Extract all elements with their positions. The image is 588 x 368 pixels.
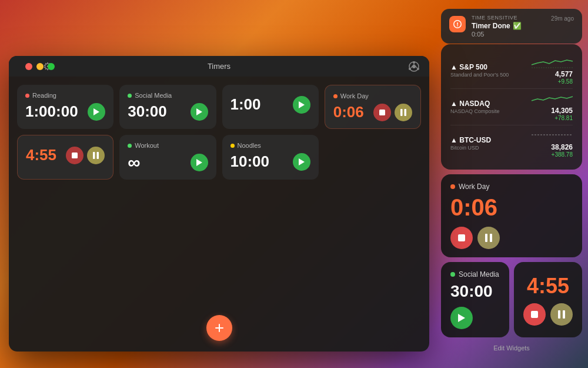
svg-point-13 <box>409 68 411 70</box>
edit-widgets-label[interactable]: Edit Widgets <box>441 344 582 352</box>
svg-marker-27 <box>299 158 305 165</box>
social-label-row: Social Media <box>450 270 500 279</box>
notification-timestamp: 29m ago <box>551 15 574 22</box>
stock-item-btcusd: ▲ BTC-USD Bitcoin USD 38,826 +388.78 <box>450 125 573 161</box>
noodles-label: Noodles <box>238 142 310 149</box>
svg-rect-6 <box>531 311 538 318</box>
timer-card-social: Social Media 30:00 <box>119 85 216 129</box>
social-timer-dot <box>128 94 132 98</box>
timer-card-noodles: Noodles 10:00 <box>222 135 319 180</box>
stock-name-btcusd: ▲ BTC-USD <box>450 136 491 144</box>
svg-rect-3 <box>485 234 487 242</box>
stock-price-nasdaq: 14,305 <box>551 107 573 115</box>
social-timer-play-button[interactable] <box>191 103 208 121</box>
workout-time: ∞ <box>128 152 190 173</box>
social-dot <box>450 272 455 277</box>
notification-sensitivity-label: TIME SENSITIVE <box>472 15 517 21</box>
svg-marker-19 <box>299 101 305 108</box>
workout-dot <box>128 144 132 148</box>
stock-chart-nasdaq <box>532 92 573 104</box>
stock-desc-sp500: Standard and Poor's 500 <box>450 72 509 78</box>
workday-label: Work Day <box>459 183 489 191</box>
workday-timer-stop-button[interactable] <box>373 104 391 121</box>
window-title: Timers <box>208 62 230 71</box>
workday-time: 0:06 <box>450 194 573 221</box>
workday-timer-time: 0:06 <box>333 103 373 121</box>
stock-name-nasdaq: ▲ NASDAQ <box>450 100 500 108</box>
window-titlebar: ⚙ Timers <box>9 56 429 77</box>
stock-item-sp500: ▲ S&P 500 Standard and Poor's 500 4,577 … <box>450 52 573 89</box>
social-media-widget: Social Media 30:00 <box>441 262 509 337</box>
noodles-dot <box>230 144 235 148</box>
timer-card-running: 4:55 <box>17 135 113 180</box>
countdown-widget: 4:55 <box>514 262 582 337</box>
countdown-stop-button[interactable] <box>523 303 546 326</box>
window-maximize-button[interactable] <box>48 63 55 70</box>
svg-rect-25 <box>97 152 99 159</box>
svg-rect-8 <box>563 310 565 319</box>
workday-widget: Work Day 0:06 <box>441 174 582 257</box>
social-play-button[interactable] <box>450 307 473 329</box>
svg-rect-2 <box>458 234 465 241</box>
stock-price-btcusd: 38,826 <box>551 143 573 151</box>
workday-stop-button[interactable] <box>450 227 473 249</box>
svg-rect-4 <box>490 234 492 242</box>
unnamed-play-button[interactable] <box>293 96 310 114</box>
svg-marker-17 <box>93 108 99 115</box>
window-controls <box>25 63 55 70</box>
notification-content: TIME SENSITIVE 29m ago Timer Done ✅ 0:05 <box>472 15 574 38</box>
workout-play-button[interactable] <box>191 154 208 171</box>
reading-time: 1:00:00 <box>25 102 88 121</box>
workday-timer-label: Work Day <box>340 92 412 100</box>
svg-rect-24 <box>93 152 95 159</box>
app-window: ⚙ Timers Reading <box>9 56 429 352</box>
timer-card-unnamed: 1:00 <box>222 85 319 129</box>
svg-marker-26 <box>196 159 202 166</box>
stock-change-btcusd: +388.78 <box>552 151 573 158</box>
social-timer-label: Social Media <box>135 92 208 99</box>
timer-card-workout: Workout ∞ <box>119 135 216 180</box>
notification-banner: TIME SENSITIVE 29m ago Timer Done ✅ 0:05 <box>441 9 582 44</box>
svg-rect-7 <box>558 310 560 319</box>
stock-chart-btcusd <box>532 129 573 141</box>
workday-timer-pause-button[interactable] <box>395 104 412 121</box>
timers-grid: Reading 1:00:00 Social Media 30:00 <box>9 77 429 185</box>
reading-label: Reading <box>32 92 105 99</box>
stock-chart-sp500 <box>532 56 573 68</box>
countdown-time: 4:55 <box>527 274 569 299</box>
stock-name-sp500: ▲ S&P 500 <box>450 63 509 71</box>
workday-controls <box>450 227 573 249</box>
workday-pause-button[interactable] <box>477 227 500 249</box>
noodles-play-button[interactable] <box>293 153 310 171</box>
running-timer-time: 4:55 <box>26 146 66 164</box>
notification-timer-value: 0:05 <box>472 31 574 38</box>
widgets-row: Social Media 30:00 4:55 <box>441 262 582 337</box>
svg-point-11 <box>413 61 415 64</box>
running-pause-button[interactable] <box>87 147 105 164</box>
countdown-pause-button[interactable] <box>550 303 573 326</box>
stock-desc-nasdaq: NASDAQ Composite <box>450 108 500 114</box>
svg-rect-23 <box>72 152 78 158</box>
stock-desc-btcusd: Bitcoin USD <box>450 145 491 151</box>
window-close-button[interactable] <box>25 63 32 70</box>
window-minimize-button[interactable] <box>36 63 44 70</box>
share-icon-button[interactable] <box>407 59 421 74</box>
workday-dot <box>450 184 455 189</box>
notification-title: Timer Done ✅ <box>472 22 574 30</box>
timer-card-reading: Reading 1:00:00 <box>17 85 113 129</box>
reading-dot <box>25 94 29 98</box>
timer-card-workday: Work Day 0:06 <box>325 85 421 129</box>
reading-play-button[interactable] <box>88 103 105 121</box>
stock-price-sp500: 4,577 <box>555 70 573 78</box>
svg-rect-21 <box>400 109 403 116</box>
svg-marker-5 <box>458 314 465 322</box>
add-timer-button[interactable] <box>206 315 232 341</box>
social-label: Social Media <box>459 270 499 279</box>
workout-label: Workout <box>135 142 208 149</box>
widgets-panel: ▲ S&P 500 Standard and Poor's 500 4,577 … <box>441 44 582 352</box>
svg-rect-22 <box>405 109 407 116</box>
add-button-container <box>9 303 429 352</box>
social-timer-time: 30:00 <box>128 102 190 121</box>
running-stop-button[interactable] <box>66 147 83 164</box>
stocks-widget: ▲ S&P 500 Standard and Poor's 500 4,577 … <box>441 44 582 170</box>
